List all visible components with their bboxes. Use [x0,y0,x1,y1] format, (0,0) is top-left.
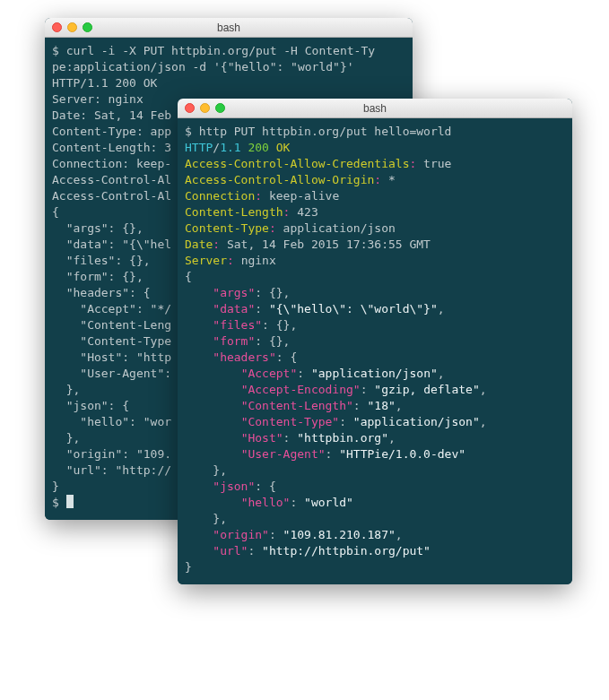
prompt: $ [185,125,199,138]
space [416,157,423,170]
indent [185,302,213,315]
indent [185,334,213,348]
close-icon[interactable] [52,22,62,32]
zoom-icon[interactable] [83,22,92,32]
minimize-icon[interactable] [200,103,210,113]
header-val: true [423,157,451,170]
space [276,528,283,541]
indent [185,463,213,477]
header-key: Access-Control-Allow-Origin [185,173,374,186]
colon: : [361,383,368,396]
json-key: "json" [213,480,255,493]
space [346,415,353,428]
close-icon[interactable] [185,103,195,113]
json-val: "109.81.210.187" [283,528,396,541]
header-val: * [388,173,396,186]
indent [185,544,213,557]
json-key: "Content-Type" [241,415,340,428]
header-key: Connection [185,189,255,203]
json-brace: } [213,512,220,525]
json-val: {} [276,318,291,332]
colon: : [255,286,262,299]
colon: : [297,367,304,380]
indent [185,528,213,541]
comma: , [396,528,403,541]
command: curl -i -X PUT httpbin.org/put -H Conten… [66,44,375,57]
json-key: "Content-Length" [241,399,353,412]
comma: , [283,334,291,348]
titlebar[interactable]: bash [178,99,572,118]
colon: : [269,221,276,235]
json-val: "gzip, deflate" [374,383,479,396]
comma: , [480,383,487,396]
indent [185,367,241,380]
comma: , [388,431,396,445]
json-val: "application/json" [311,367,438,380]
json-val: "application/json" [353,415,480,428]
header-key: Content-Type [185,221,269,235]
comma: , [220,512,227,525]
json-val: "world" [304,496,353,509]
colon: : [339,415,346,428]
space [255,544,262,557]
prompt: $ [52,44,66,57]
indent [185,350,213,364]
colon: : [255,480,262,493]
json-val: "http://httpbin.org/put" [262,544,431,557]
space [361,399,368,412]
header-val: nginx [241,254,276,267]
traffic-lights [185,103,225,113]
json-val: {} [269,334,283,348]
comma: , [220,463,227,477]
indent [185,399,241,412]
prompt: $ [52,496,66,509]
json-key: "origin" [213,528,269,541]
terminal-body[interactable]: $ http PUT httpbin.org/put hello=worldHT… [178,118,572,584]
indent [185,286,213,299]
http-ver: 1.1 [220,141,240,154]
indent [185,496,241,509]
json-brace: { [185,269,565,285]
comma: , [290,318,297,332]
json-key: "hello" [241,496,291,509]
space [262,480,269,493]
comma: , [438,367,445,380]
json-key: "Accept" [241,367,298,380]
space [262,334,269,348]
status-line: HTTP/1.1 200 OK [52,75,405,91]
indent [185,415,241,428]
indent [185,447,241,461]
json-key: "files" [213,318,262,332]
space [262,189,269,203]
http-proto: HTTP [185,141,213,154]
colon: : [269,528,276,541]
space [234,254,241,267]
space [262,302,269,315]
traffic-lights [52,22,92,32]
header-val: application/json [283,221,396,235]
colon: : [276,350,283,364]
comma: , [396,399,403,412]
json-key: "Host" [241,431,283,445]
comma: , [480,415,487,428]
colon: : [255,189,262,203]
json-key: "User-Agent" [241,447,326,461]
header-val: Sat, 14 Feb 2015 17:36:55 GMT [227,238,431,251]
json-key: "Accept-Encoding" [241,383,361,396]
json-brace: } [185,559,565,575]
terminal-window-2: bash $ http PUT httpbin.org/put hello=wo… [178,99,572,584]
titlebar[interactable]: bash [45,18,413,38]
colon: : [255,302,262,315]
header-val: keep-alive [269,189,339,203]
minimize-icon[interactable] [67,22,77,32]
indent [185,512,213,525]
json-key: "data" [213,302,255,315]
indent [185,480,213,493]
json-key: "form" [213,334,255,348]
json-key: "url" [213,544,248,557]
space [262,286,269,299]
colon: : [213,238,220,251]
json-brace: { [290,350,297,364]
header-val: 423 [297,205,318,219]
zoom-icon[interactable] [215,103,225,113]
